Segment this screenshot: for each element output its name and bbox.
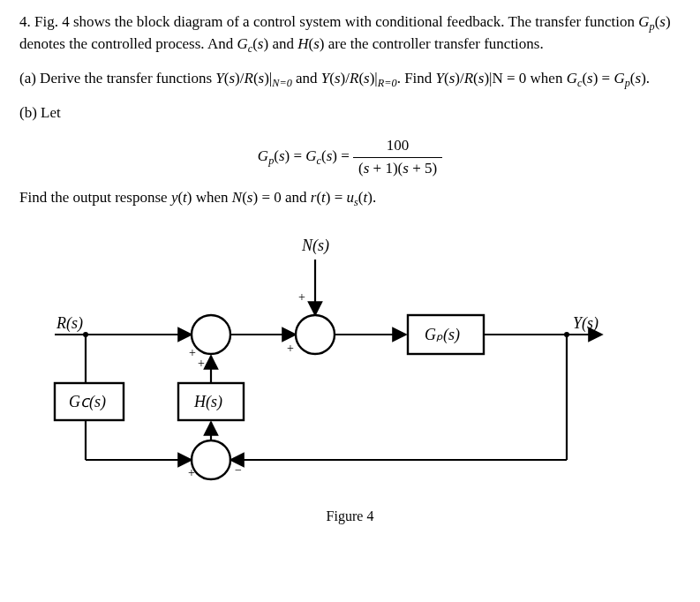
figure-caption: Figure 4 bbox=[19, 507, 681, 526]
part-b-lead: (b) Let bbox=[19, 103, 681, 124]
eq-numerator: 100 bbox=[353, 136, 442, 158]
label-h: H(s) bbox=[193, 393, 222, 411]
sign-sum3-gc: + bbox=[188, 466, 195, 479]
label-Y: Y(s) bbox=[573, 314, 598, 333]
part-b-tail: Find the output response y(t) when N(s) … bbox=[19, 188, 681, 210]
sum-junction-1 bbox=[192, 315, 230, 354]
sign-sum2-N: + bbox=[298, 290, 305, 304]
sign-sum1-H: + bbox=[198, 357, 205, 370]
eq-denominator: (s + 1)(s + 5) bbox=[353, 158, 442, 179]
sum-junction-3 bbox=[192, 440, 230, 479]
label-R: R(s) bbox=[56, 314, 83, 333]
label-N: N(s) bbox=[301, 237, 329, 255]
label-gc: Gᴄ(s) bbox=[69, 393, 106, 411]
problem-intro: 4. Fig. 4 shows the block diagram of a c… bbox=[19, 12, 681, 56]
node-R-tap bbox=[83, 332, 88, 337]
label-gp: Gₚ(s) bbox=[425, 326, 460, 344]
sign-sum1-R: + bbox=[189, 346, 196, 359]
display-equation: Gp(s) = Gc(s) = 100 (s + 1)(s + 5) bbox=[19, 136, 681, 179]
sum-junction-2 bbox=[296, 315, 335, 354]
block-diagram: N(s) + R(s) + + + Gₚ(s) Y(s) Gᴄ(s) bbox=[19, 229, 681, 526]
part-a: (a) Derive the transfer functions Y(s)/R… bbox=[19, 69, 681, 91]
sign-sum2-fwd: + bbox=[287, 342, 294, 355]
sign-sum3-y: − bbox=[235, 463, 242, 477]
